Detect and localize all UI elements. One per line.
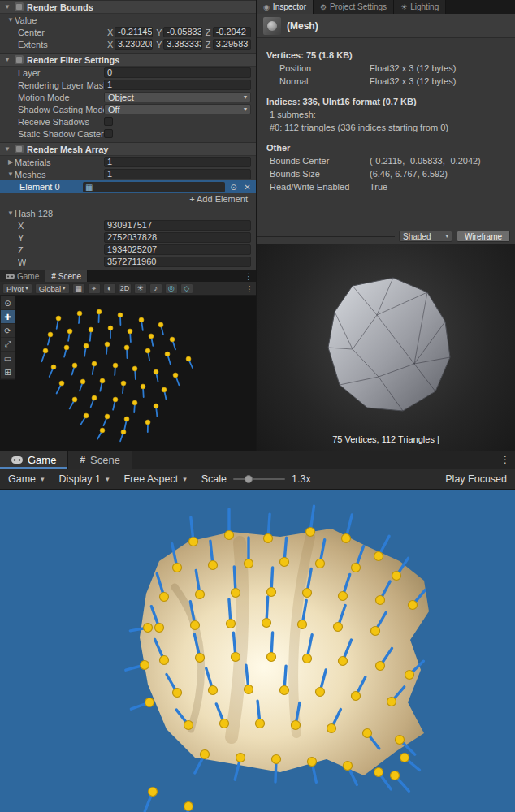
game-viewport[interactable] (0, 490, 515, 812)
element-0-object-field[interactable]: ▦ (83, 182, 225, 192)
preview-toolbar: Shaded ▾ Wireframe (257, 229, 515, 244)
shading-mode-button[interactable]: ◐ (103, 283, 116, 294)
scale-tool-icon: ⤢ (5, 339, 11, 349)
hash-z-field[interactable]: 1934025207 (104, 244, 251, 255)
chevron-down-icon: ▾ (106, 475, 110, 483)
transform-tool-button[interactable]: ⊞ (1, 365, 15, 379)
game-dropdown-label: Game (8, 473, 36, 485)
pivot-dropdown[interactable]: Pivot ▾ (2, 283, 32, 294)
foldout-icon[interactable]: ▼ (6, 171, 15, 178)
play-focused-dropdown[interactable]: Play Focused (445, 473, 507, 485)
global-dropdown[interactable]: Global ▾ (35, 283, 70, 294)
meshes-row: ▼ Meshes 1 (0, 168, 256, 180)
foldout-icon: ▼ (3, 145, 11, 153)
view-tool-button[interactable]: ⊙ (1, 296, 15, 310)
panel-menu-icon[interactable]: ⋮ (496, 451, 515, 469)
motion-mode-dropdown[interactable]: Object ▾ (104, 92, 251, 102)
object-picker-icon[interactable]: ⊙ (228, 183, 239, 192)
gamepad-icon (6, 274, 15, 279)
section-render-mesh-array[interactable]: ▼ Render Mesh Array (0, 142, 256, 156)
center-y-field[interactable]: -0.0583334 (163, 27, 201, 37)
preview-shading-dropdown[interactable]: Shaded ▾ (399, 231, 452, 242)
hash-x-field[interactable]: 930917517 (104, 220, 251, 231)
rotate-tool-button[interactable]: ⟳ (1, 324, 15, 338)
scene-audio-button[interactable]: ♪ (149, 283, 162, 294)
submesh-count: 1 submesh: (257, 110, 316, 119)
left-column: ▼ Render Bounds ▼ Value Center X -0.2114… (0, 0, 257, 451)
light-icon: ☀ (400, 3, 407, 11)
hash-w-row: W 3572711960 (0, 256, 256, 268)
move-tool-icon: ✚ (4, 313, 11, 322)
bounds-center-value: (-0.2115, -0.05833, -0.2042) (370, 156, 481, 166)
gear-icon: ⚙ (320, 3, 327, 11)
layer-label: Layer (18, 68, 41, 78)
game-camera-dropdown[interactable]: Game ▾ (8, 473, 45, 485)
display-dropdown[interactable]: Display 1 ▾ (59, 473, 110, 485)
extents-x-field[interactable]: 3.230208 (115, 39, 153, 50)
foldout-icon[interactable]: ▼ (6, 209, 15, 217)
scene-search-button[interactable]: ◇ (180, 283, 193, 294)
wireframe-label: Wireframe (465, 232, 502, 241)
chevron-down-icon: ▾ (41, 475, 45, 483)
mesh-preview[interactable]: 75 Vertices, 112 Triangles | (257, 244, 515, 451)
section-render-filter-settings[interactable]: ▼ Render Filter Settings (0, 53, 256, 67)
remove-element-icon[interactable]: ✕ (242, 183, 253, 192)
tab-project-settings[interactable]: ⚙ Project Settings (314, 0, 394, 14)
normal-value: Float32 x 3 (12 bytes) (370, 76, 456, 86)
center-x-field[interactable]: -0.2114582 (115, 27, 153, 37)
static-shadow-caster-checkbox[interactable] (104, 129, 113, 138)
hash-y-field[interactable]: 2752037828 (104, 232, 251, 243)
extents-y-field[interactable]: 3.383333 (163, 39, 201, 50)
tab-lighting[interactable]: ☀ Lighting (394, 0, 446, 14)
property-row: ▼ Value (0, 14, 256, 26)
extents-z-field[interactable]: 3.29583 (213, 39, 251, 50)
tab-game-mini[interactable]: Game (0, 270, 45, 282)
foldout-icon[interactable]: ▶ (6, 158, 15, 166)
tab-scene[interactable]: # Scene (68, 451, 132, 469)
center-z-field[interactable]: -0.2042 (213, 27, 251, 37)
scene-viewport[interactable]: ⊙ ✚ ⟳ ⤢ ▭ ⊞ (0, 296, 256, 451)
grid-toggle-button[interactable]: ▦ (72, 283, 85, 294)
shaded-label: Shaded (403, 232, 431, 241)
entity-inspector-properties: ▼ Render Bounds ▼ Value Center X -0.2114… (0, 0, 256, 270)
game-panel: Game # Scene ⋮ Game ▾ Display 1 ▾ Free A… (0, 451, 515, 812)
2d-toggle-button[interactable]: 2D (119, 283, 132, 294)
shadow-casting-dropdown[interactable]: Off ▾ (104, 104, 251, 114)
panel-menu-icon[interactable]: ⋮ (241, 270, 256, 282)
transform-tool-icon: ⊞ (4, 368, 11, 377)
scene-lighting-button[interactable]: ☀ (134, 283, 147, 294)
tab-game[interactable]: Game (0, 451, 68, 469)
preview-resize-handle[interactable] (257, 236, 395, 237)
gizmos-button[interactable]: ◎ (165, 283, 178, 294)
meshes-size-field[interactable]: 1 (104, 169, 251, 179)
scale-tool-button[interactable]: ⤢ (1, 338, 15, 352)
bounds-center-label: Bounds Center (257, 156, 370, 166)
indices-title: Indices: 336, UInt16 format (0.7 KB) (257, 94, 515, 108)
game-tab-bar: Game # Scene ⋮ (0, 451, 515, 469)
hash-w-field[interactable]: 3572711960 (104, 257, 251, 267)
hash-x-label: X (18, 221, 24, 231)
tab-label: Scene (90, 454, 120, 466)
rendering-layer-mask-label: Rendering Layer Mask (18, 80, 104, 90)
materials-size-field[interactable]: 1 (104, 157, 251, 167)
scale-slider-knob[interactable] (245, 475, 253, 483)
receive-shadows-checkbox[interactable] (104, 117, 113, 126)
aspect-dropdown[interactable]: Free Aspect ▾ (124, 473, 187, 485)
section-render-bounds[interactable]: ▼ Render Bounds (0, 0, 256, 14)
hash-z-row: Z 1934025207 (0, 244, 256, 256)
snap-button[interactable]: ⌖ (88, 283, 101, 294)
tab-inspector[interactable]: ◉ Inspector (257, 0, 314, 14)
component-icon (15, 55, 24, 64)
move-tool-button[interactable]: ✚ (1, 310, 15, 324)
toolbar-menu-icon[interactable]: ⋮ (246, 284, 254, 293)
element-0-row[interactable]: Element 0 ▦ ⊙ ✕ (0, 180, 256, 193)
scale-slider[interactable] (233, 478, 285, 480)
wireframe-toggle-button[interactable]: Wireframe (457, 231, 510, 242)
tab-scene-mini[interactable]: # Scene (45, 270, 88, 282)
rect-tool-button[interactable]: ▭ (1, 352, 15, 365)
mesh-info: Vertices: 75 (1.8 KB) PositionFloat32 x … (257, 38, 515, 193)
add-element-button[interactable]: + Add Element (189, 194, 248, 204)
layer-field[interactable]: 0 (104, 67, 251, 78)
rendering-layer-mask-field[interactable]: 1 (104, 80, 251, 90)
foldout-icon[interactable]: ▼ (6, 16, 15, 24)
